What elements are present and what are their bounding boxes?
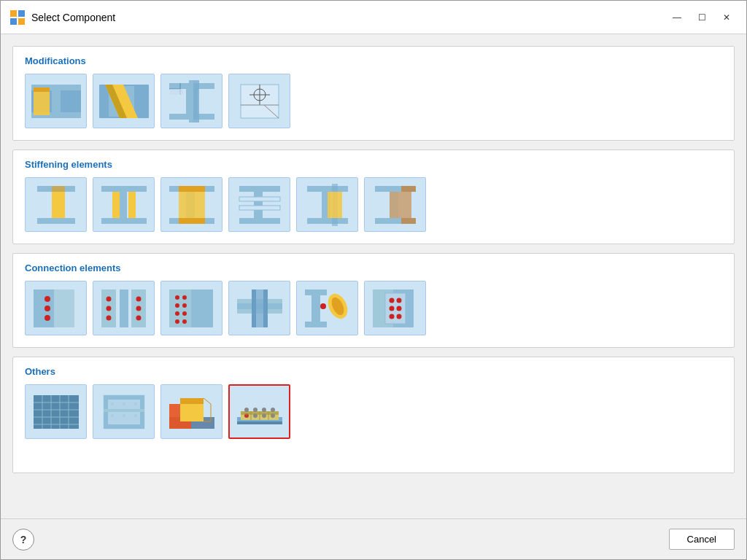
list-item[interactable] — [364, 281, 426, 335]
list-item[interactable] — [25, 177, 87, 232]
svg-point-100 — [389, 298, 394, 303]
list-item[interactable] — [25, 74, 87, 128]
title-bar: Select Component — ☐ ✕ — [1, 1, 746, 34]
svg-point-96 — [320, 303, 326, 309]
list-item[interactable] — [93, 281, 155, 335]
svg-rect-33 — [52, 186, 65, 192]
svg-point-77 — [175, 295, 179, 300]
list-item[interactable] — [228, 74, 290, 128]
component-icon — [30, 79, 82, 124]
svg-point-125 — [123, 414, 125, 417]
component-icon — [30, 286, 82, 331]
svg-rect-92 — [305, 322, 327, 327]
list-item[interactable] — [364, 177, 426, 232]
svg-point-144 — [262, 408, 266, 412]
svg-point-143 — [253, 408, 258, 412]
stiffening-items — [25, 177, 722, 232]
dialog-title: Select Component — [31, 12, 666, 23]
svg-rect-51 — [307, 218, 348, 224]
select-component-dialog: Select Component — ☐ ✕ Modifications — [0, 0, 747, 560]
svg-point-81 — [175, 311, 179, 316]
component-icon — [233, 389, 286, 435]
component-icon — [301, 286, 354, 331]
svg-point-74 — [136, 315, 141, 320]
svg-point-80 — [182, 303, 187, 308]
component-icon — [301, 182, 354, 228]
minimize-button[interactable]: — — [666, 9, 688, 26]
modifications-items — [25, 74, 722, 128]
svg-rect-48 — [239, 197, 280, 201]
modifications-section: Modifications — [12, 46, 735, 141]
component-icon — [369, 286, 422, 331]
svg-point-104 — [389, 314, 394, 319]
modifications-title: Modifications — [25, 55, 722, 66]
list-item[interactable] — [160, 384, 222, 439]
svg-rect-35 — [101, 218, 147, 224]
component-icon — [233, 79, 286, 124]
svg-rect-46 — [239, 218, 280, 224]
svg-point-82 — [182, 311, 187, 316]
list-item[interactable] — [25, 281, 87, 335]
list-item[interactable] — [160, 281, 222, 335]
svg-rect-130 — [180, 398, 204, 404]
maximize-button[interactable]: ☐ — [691, 9, 713, 26]
window-controls: — ☐ ✕ — [666, 9, 738, 26]
svg-point-126 — [134, 414, 137, 417]
list-item[interactable] — [93, 74, 155, 128]
svg-rect-30 — [37, 218, 75, 224]
svg-rect-91 — [305, 289, 327, 295]
svg-point-142 — [244, 408, 249, 412]
cancel-button[interactable]: Cancel — [669, 529, 735, 550]
others-items: Fasteners — [25, 384, 722, 461]
svg-rect-135 — [237, 421, 282, 424]
connection-title: Connection elements — [25, 262, 722, 273]
stiffening-section: Stiffening elements — [12, 149, 735, 244]
component-icon — [166, 389, 218, 435]
list-item[interactable] — [228, 177, 290, 232]
svg-rect-44 — [179, 218, 205, 224]
list-item[interactable] — [296, 177, 358, 232]
svg-rect-62 — [54, 289, 74, 327]
svg-rect-60 — [401, 218, 416, 224]
svg-point-84 — [182, 319, 187, 324]
list-item[interactable] — [160, 177, 222, 232]
svg-rect-58 — [390, 192, 411, 218]
footer-left: ? — [12, 529, 34, 551]
svg-point-124 — [111, 414, 114, 417]
others-section: Others — [12, 357, 735, 473]
svg-rect-54 — [328, 192, 342, 218]
svg-point-79 — [175, 303, 179, 308]
connection-section: Connection elements — [12, 253, 735, 348]
close-button[interactable]: ✕ — [716, 9, 738, 26]
svg-point-102 — [389, 306, 394, 311]
list-item[interactable] — [160, 74, 222, 128]
svg-rect-99 — [385, 293, 406, 324]
help-button[interactable]: ? — [12, 529, 34, 551]
list-item[interactable]: Fasteners — [228, 384, 290, 439]
svg-point-101 — [396, 298, 401, 303]
svg-point-73 — [136, 306, 141, 311]
connection-items — [25, 281, 722, 335]
svg-point-63 — [44, 296, 50, 302]
svg-point-71 — [106, 315, 111, 320]
list-item[interactable] — [228, 281, 290, 335]
list-item[interactable] — [93, 384, 155, 439]
svg-point-122 — [123, 402, 125, 405]
svg-rect-61 — [34, 289, 54, 327]
component-icon — [166, 286, 218, 331]
svg-rect-38 — [128, 192, 136, 218]
component-icon — [98, 389, 150, 435]
list-item[interactable] — [296, 281, 358, 335]
svg-rect-20 — [193, 80, 199, 122]
svg-rect-9 — [34, 88, 50, 92]
component-icon — [98, 79, 150, 124]
app-icon — [9, 9, 26, 26]
component-icon — [98, 286, 150, 331]
list-item[interactable] — [25, 384, 87, 439]
dialog-footer: ? Cancel — [1, 518, 746, 559]
svg-line-131 — [204, 398, 211, 404]
stiffening-title: Stiffening elements — [25, 159, 722, 170]
list-item[interactable] — [93, 177, 155, 232]
svg-point-105 — [396, 314, 401, 319]
svg-rect-59 — [401, 186, 416, 192]
